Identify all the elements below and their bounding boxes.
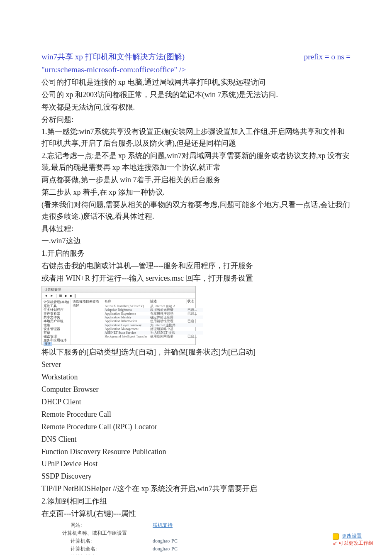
tree-item[interactable]: 任务计划程序 — [44, 308, 69, 312]
label: 计算机全名: — [71, 545, 107, 553]
change-settings-link[interactable]: 更改设置 — [342, 533, 362, 539]
service-name: Server — [41, 359, 351, 371]
value: donghao-PC — [153, 545, 336, 553]
paragraph: 或者用 WIN+R 打开运行---输入 services.msc 回车，打开服务… — [41, 273, 351, 284]
service-name: Workstation — [41, 372, 351, 383]
services-toolbar: ◄ ► | ▦ ▶ ■ ‖ — [42, 293, 195, 299]
paragraph: 两点都要做,第一步是从 win 7着手,开启相关的后台服务 — [41, 174, 351, 186]
service-row[interactable]: Application Layer Gateway为 Internet 连接共 — [104, 323, 203, 327]
services-description: 请选择项目来查看描述 — [71, 299, 104, 345]
value — [153, 553, 336, 555]
nav-fwd-icon[interactable]: ► — [49, 294, 54, 298]
tree-item[interactable]: 系统工具 — [44, 304, 69, 308]
change-note: ↙ 可以更改工作组 — [333, 540, 373, 547]
system-properties-screenshot: 网站: 联机支持 计算机名称、域和工作组设置 计算机名: donghao-PC … — [41, 521, 336, 555]
title-right: prefix = o ns = — [304, 51, 351, 63]
hook-icon: ↙ — [333, 540, 338, 547]
stop-icon[interactable]: ■ — [69, 294, 73, 298]
paragraph: 右键点击我的电脑或计算机—管理----服务和应用程序，打开服务 — [41, 260, 351, 272]
service-name: UPnP Device Host — [41, 458, 351, 470]
tree-item-selected[interactable]: 服务 — [44, 342, 52, 346]
paragraph: 具体过程: — [41, 223, 351, 235]
tree-item[interactable]: 设备管理器 — [44, 327, 69, 331]
service-name: TIP/IP NetBIOSHelper //这个在 xp 系统没有开启,win… — [41, 483, 351, 495]
value: donghao-PC — [153, 537, 336, 545]
paragraph: 1.第一感觉:win7系统共享没有设置正确(安装网上步骤设置加入工作组,开启网络… — [41, 126, 351, 149]
title-main: win7共享 xp 打印机和文件解决方法(图解) — [41, 51, 185, 63]
service-name: DHCP Client — [41, 396, 351, 408]
tree-item[interactable]: 本地用户和组 — [44, 319, 69, 323]
paragraph: 第二步从 xp 着手,在 xp 添加一种协议. — [41, 187, 351, 198]
services-tree[interactable]: 计算机管理(本地) 系统工具 任务计划程序 事件查看器 共享文件夹 本地用户和组… — [42, 299, 71, 345]
refresh-icon[interactable]: ▦ — [58, 294, 63, 298]
services-columns: 名称 描述 状态 — [104, 299, 203, 304]
service-row[interactable]: ActiveX Installer (AxInstSV)从 Internet 自… — [104, 304, 203, 308]
online-support-link[interactable]: 联机支持 — [153, 521, 173, 529]
computer-name-row: 计算机名: donghao-PC — [41, 537, 336, 545]
service-row[interactable]: ASP.NET State Service为 ASP.NET 提供 — [104, 331, 203, 335]
service-name: Function Discovery Resource Publication — [41, 446, 351, 458]
paragraph: 一.win7这边 — [41, 235, 351, 247]
service-row[interactable]: Application Identity确定并验证应用 — [104, 315, 203, 319]
document-page: win7共享 xp 打印机和文件解决方法(图解) prefix = o ns =… — [0, 0, 392, 555]
service-row[interactable]: Application Information使用辅助性管理已启... — [104, 319, 203, 323]
service-row[interactable]: Application Management处理组策略中基 — [104, 327, 203, 331]
tree-item[interactable]: 磁盘管理 — [44, 335, 69, 338]
paragraph: 2.添加到相同工作组 — [41, 496, 351, 507]
website-label: 网站: — [71, 521, 107, 529]
service-row[interactable]: Application Experience在应用程序启动已启... — [104, 312, 203, 315]
paragraph: 在桌面---计算机(右键)---属性 — [41, 508, 351, 520]
tree-item[interactable]: 计算机管理(本地) — [44, 300, 69, 304]
change-settings-region: 更改设置 ↙ 可以更改工作组 — [333, 532, 373, 547]
tree-item[interactable]: 事件查看器 — [44, 312, 69, 315]
services-screenshot: 计算机管理 ◄ ► | ▦ ▶ ■ ‖ 计算机管理(本地) 系统工具 任务计划程… — [41, 286, 196, 345]
paragraph: 分析问题: — [41, 114, 351, 126]
title-line-2: "urn:schemas-microsoft-com:office:office… — [41, 64, 351, 76]
website-row: 网站: 联机支持 — [41, 521, 336, 529]
shield-icon — [333, 533, 339, 540]
paragraph: 将以下服务的[启动类型]选为[自动]，并确保[服务状态]为[已启动] — [41, 347, 351, 358]
services-list[interactable]: 名称 描述 状态 ActiveX Installer (AxInstSV)从 I… — [104, 299, 203, 345]
label: 计算机名: — [71, 537, 107, 545]
label: 计算机描述: — [71, 553, 107, 555]
paragraph: 2.忘记考虑一点:是不是 xp 系统的问题,win7对局域网共享需要新的服务或者… — [41, 150, 351, 174]
services-titlebar: 计算机管理 — [42, 286, 195, 293]
description-row: 计算机描述: — [41, 553, 336, 555]
full-name-row: 计算机全名: donghao-PC — [41, 545, 336, 553]
service-name: Remote Procedure Call — [41, 409, 351, 421]
tree-item[interactable]: 共享文件夹 — [44, 315, 69, 319]
pause-icon[interactable]: ‖ — [73, 294, 77, 298]
paragraph: 公司的打印机是连接的 xp 电脑,通过局域网共享打印机,实现远程访问 — [41, 77, 351, 88]
col-name[interactable]: 名称 — [104, 299, 149, 303]
service-row[interactable]: Adaptive Brightness根据当前光线情已启... — [104, 308, 203, 312]
title-line-1: win7共享 xp 打印机和文件解决方法(图解) prefix = o ns = — [41, 51, 351, 63]
service-name: Remote Procedure Call (RPC) Locator — [41, 421, 351, 433]
section-title: 计算机名称、域和工作组设置 — [41, 529, 336, 537]
col-desc[interactable]: 描述 — [149, 299, 187, 303]
play-icon[interactable]: ▶ — [64, 294, 68, 298]
paragraph: 每次都是无法访问,没有权限. — [41, 102, 351, 113]
paragraph: 公司的 xp 和2003访问都很正常，只是我的笔记本(win 7系统)是无法访问… — [41, 89, 351, 101]
service-row[interactable]: Background Intelligent Transfer使用空闲网络带已启… — [104, 335, 203, 338]
services-body: 计算机管理(本地) 系统工具 任务计划程序 事件查看器 共享文件夹 本地用户和组… — [42, 299, 195, 345]
paragraph: 1.开启的服务 — [41, 248, 351, 259]
tree-item[interactable]: 性能 — [44, 323, 69, 327]
window-title: 计算机管理 — [44, 288, 61, 291]
service-name: Computer Browser — [41, 384, 351, 396]
tree-item[interactable]: 存储 — [44, 331, 69, 335]
services-pane: 请选择项目来查看描述 名称 描述 状态 ActiveX Installer (A… — [71, 299, 203, 345]
nav-back-icon[interactable]: ◄ — [44, 294, 49, 298]
paragraph: (看来我们对待问题,需要从相关的事物的双方都要考虑,问题可能多个地方,只看一点话… — [41, 199, 351, 222]
tree-item[interactable]: 服务和应用程序 — [44, 338, 69, 342]
service-name: SSDP Discovery — [41, 471, 351, 482]
col-status[interactable]: 状态 — [187, 299, 203, 303]
service-name: DNS Client — [41, 434, 351, 445]
